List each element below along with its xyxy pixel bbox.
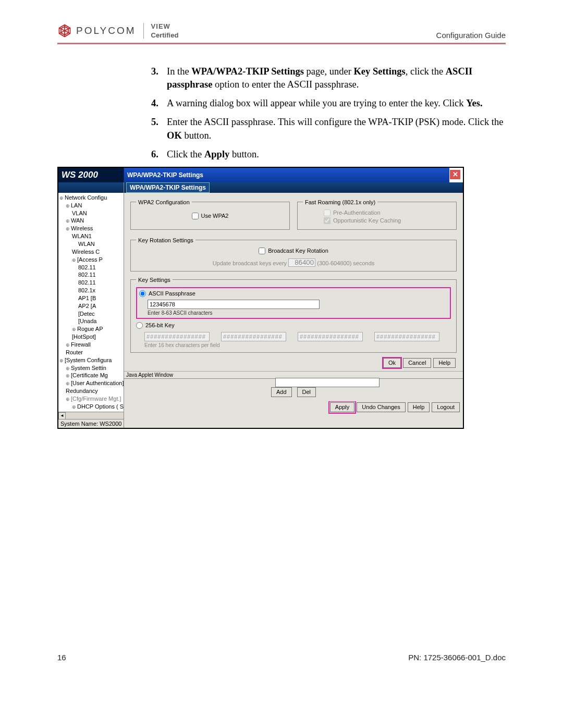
dialog-title: WPA/WPA2-TKIP Settings (124, 168, 449, 182)
bottom-button-row: Apply Undo Changes Help Logout (124, 401, 463, 414)
step-list: 3. In the WPA/WPA2-TKIP Settings page, u… (151, 65, 506, 162)
tree-item[interactable]: [HotSpot] (59, 333, 124, 341)
rotation-interval-label: Update broadcast keys every (213, 260, 287, 266)
dialog-title-text: WPA/WPA2-TKIP Settings (127, 171, 203, 179)
ascii-passphrase-hint: Enter 8-63 ASCII characters (148, 310, 448, 316)
wpa2-config-fieldset: WPA2 Configuration Use WPA2 (130, 199, 290, 230)
close-icon: ✕ (452, 170, 458, 178)
nav-tree[interactable]: Network ConfiguLANVLANWANWirelessWLAN1WL… (58, 193, 124, 412)
pre-auth-checkbox: Pre-Authentication (324, 209, 381, 216)
broadcast-rotation-checkbox[interactable]: Broadcast Key Rotation (259, 248, 328, 254)
tree-item[interactable]: AP2 [A (59, 302, 124, 310)
del-button[interactable]: Del (297, 387, 316, 397)
dropdown-placeholder[interactable] (275, 378, 380, 387)
step-6: 6. Click the Apply button. (151, 148, 506, 162)
page-footer: 16 PN: 1725-36066-001_D.doc (57, 653, 506, 662)
opp-cache-checkbox: Opportunistic Key Caching (324, 217, 401, 224)
tree-item[interactable]: 802.11 (59, 271, 124, 279)
tree-item[interactable]: Router (59, 349, 124, 356)
tree-item[interactable]: [Certificate Mg (59, 372, 124, 379)
use-wpa2-input[interactable] (192, 213, 199, 219)
ascii-passphrase-highlight: ASCII Passphrase Enter 8-63 ASCII charac… (136, 287, 451, 319)
close-button[interactable]: ✕ (449, 169, 461, 180)
hex-key-hint: Enter 16 hex characters per field (144, 342, 451, 348)
tree-item[interactable]: VLAN (59, 209, 124, 217)
add-button[interactable]: Add (271, 387, 292, 397)
hex-field-2 (221, 332, 286, 341)
polycom-logo-icon (57, 23, 72, 38)
tree-item[interactable]: WLAN (59, 240, 124, 248)
view-certified: VIEW Certified (151, 22, 179, 40)
opp-cache-input (324, 217, 331, 224)
tree-item[interactable]: Redundancy (59, 387, 124, 395)
use-wpa2-checkbox[interactable]: Use WPA2 (192, 213, 229, 219)
step-5: 5. Enter the ASCII passphrase. This will… (151, 116, 506, 143)
page-header: POLYCOM VIEW Certified Configuration Gui… (57, 22, 506, 44)
bitkey-radio[interactable]: 256-bit Key (136, 322, 175, 329)
step-4: 4. A warning dialog box will appear whil… (151, 97, 506, 110)
ascii-passphrase-radio-label: ASCII Passphrase (149, 290, 195, 297)
apply-button[interactable]: Apply (330, 402, 355, 412)
view-certified-top: VIEW (151, 22, 170, 30)
key-rotation-legend: Key Rotation Settings (136, 237, 195, 243)
dialog-button-row: Ok Cancel Help (130, 358, 456, 368)
tree-item[interactable]: WAN (59, 217, 124, 225)
tree-item[interactable]: LAN (59, 202, 124, 209)
fast-roaming-legend: Fast Roaming (802.1x only) (303, 199, 377, 205)
cancel-button[interactable]: Cancel (403, 358, 431, 368)
bitkey-radio-input[interactable] (136, 322, 143, 329)
tree-item[interactable]: System Settin (59, 364, 124, 372)
broadcast-rotation-input[interactable] (259, 248, 265, 254)
tree-item[interactable]: [Detec (59, 310, 124, 318)
main-sub-header: WPA/WPA2-TKIP Settings (124, 182, 463, 193)
ok-button[interactable]: Ok (383, 358, 401, 368)
brand-name: POLYCOM (76, 25, 136, 36)
fast-roaming-fieldset: Fast Roaming (802.1x only) Pre-Authentic… (297, 199, 457, 230)
step-number: 6. (151, 148, 158, 162)
ascii-passphrase-radio[interactable]: ASCII Passphrase (139, 290, 195, 297)
help-button-bottom[interactable]: Help (408, 402, 430, 412)
broadcast-rotation-label: Broadcast Key Rotation (268, 248, 328, 254)
bitkey-radio-label: 256-bit Key (145, 322, 175, 328)
tree-item[interactable]: 802.11 (59, 264, 124, 272)
view-certified-bottom: Certified (151, 31, 179, 39)
help-button[interactable]: Help (433, 358, 456, 368)
brand-separator (143, 23, 144, 39)
tree-item[interactable]: AP1 [B (59, 294, 124, 302)
tree-item[interactable]: WLAN1 (59, 232, 124, 240)
rotation-interval-hint: (300-604800) seconds (317, 260, 374, 266)
lower-strip: Add Del (124, 378, 463, 401)
tree-item[interactable]: [Unada (59, 317, 124, 325)
step-number: 4. (151, 97, 158, 110)
tree-item[interactable]: [Access P (59, 256, 124, 264)
tree-item[interactable]: Wireless C (59, 248, 124, 256)
doc-part-number: PN: 1725-36066-001_D.doc (408, 653, 506, 662)
pre-auth-input (324, 209, 331, 216)
opp-cache-label: Opportunistic Key Caching (333, 217, 401, 224)
tree-item[interactable]: Firewall (59, 341, 124, 349)
ws2000-logo: WS 2000 (58, 168, 124, 182)
ascii-passphrase-radio-input[interactable] (139, 290, 146, 297)
main-panel: WPA/WPA2-TKIP Settings WPA2 Configuratio… (124, 182, 463, 428)
tree-item[interactable]: [System Configura (59, 356, 124, 364)
tree-item[interactable]: 802.11 (59, 279, 124, 287)
sidebar-hscroll[interactable]: ◄ ► (58, 412, 124, 419)
tree-item[interactable]: Network Configu (59, 194, 124, 202)
tree-item[interactable]: 802.1x (59, 287, 124, 294)
rotation-interval-input (288, 258, 315, 267)
status-bar: System Name: WS2000 (58, 419, 124, 428)
hex-field-4 (374, 332, 439, 341)
logout-button[interactable]: Logout (432, 402, 460, 412)
hex-field-1 (144, 332, 210, 341)
tree-item[interactable]: [Cfg/Firmware Mgt.] (59, 395, 124, 403)
tree-item[interactable]: Wireless (59, 225, 124, 232)
tree-item[interactable]: [User Authentication] (59, 379, 124, 387)
undo-changes-button[interactable]: Undo Changes (357, 402, 405, 412)
ascii-passphrase-input[interactable] (148, 300, 320, 309)
scroll-left-icon[interactable]: ◄ (58, 412, 66, 419)
title-bar: WS 2000 WPA/WPA2-TKIP Settings ✕ (58, 168, 463, 182)
tree-item[interactable]: Rogue AP (59, 325, 124, 333)
wpa2-config-legend: WPA2 Configuration (136, 199, 192, 205)
page-number: 16 (57, 653, 66, 662)
tree-item[interactable]: DHCP Options ( Sys (59, 403, 124, 411)
